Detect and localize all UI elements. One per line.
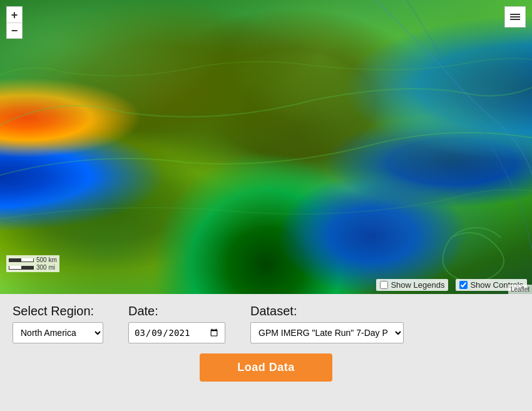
- show-legends-checkbox[interactable]: [380, 281, 388, 289]
- scale-mi: 300 mi: [36, 264, 55, 271]
- controls-panel: Select Region: North America South Ameri…: [0, 294, 532, 411]
- svg-rect-1: [510, 16, 520, 18]
- svg-rect-0: [510, 14, 520, 15]
- map-overlay: [0, 0, 532, 294]
- controls-row: Select Region: North America South Ameri…: [13, 304, 519, 343]
- date-control-group: Date:: [128, 304, 225, 343]
- map-bottom-bar: Show Legends Show Controls Leaflet: [0, 275, 532, 294]
- show-controls-checkbox[interactable]: [459, 281, 468, 289]
- region-select[interactable]: North America South America Europe Afric…: [13, 322, 103, 343]
- dataset-control-group: Dataset: GPM IMERG "Late Run" 7-Day P GP…: [250, 304, 404, 343]
- svg-rect-2: [510, 19, 520, 20]
- date-input[interactable]: [128, 322, 225, 343]
- leaflet-attribution: Leaflet: [508, 285, 532, 294]
- scale-km: 500 km: [36, 256, 57, 263]
- dataset-select[interactable]: GPM IMERG "Late Run" 7-Day P GPM IMERG "…: [250, 322, 404, 343]
- region-control-group: Select Region: North America South Ameri…: [13, 304, 103, 343]
- zoom-in-button[interactable]: +: [6, 6, 23, 23]
- zoom-controls: + −: [6, 6, 23, 39]
- scale-bar: 500 km 300 mi: [6, 255, 59, 272]
- region-label: Select Region:: [13, 304, 103, 318]
- layers-button[interactable]: [504, 6, 526, 28]
- load-data-button[interactable]: Load Data: [200, 353, 332, 382]
- show-legends-group[interactable]: Show Legends: [376, 279, 448, 291]
- zoom-out-button[interactable]: −: [6, 23, 23, 39]
- dataset-label: Dataset:: [250, 304, 404, 318]
- show-legends-label[interactable]: Show Legends: [391, 280, 444, 290]
- map-container[interactable]: + − 500 km 300 mi Show Legends: [0, 0, 532, 294]
- load-btn-container: Load Data: [13, 353, 519, 382]
- date-label: Date:: [128, 304, 225, 318]
